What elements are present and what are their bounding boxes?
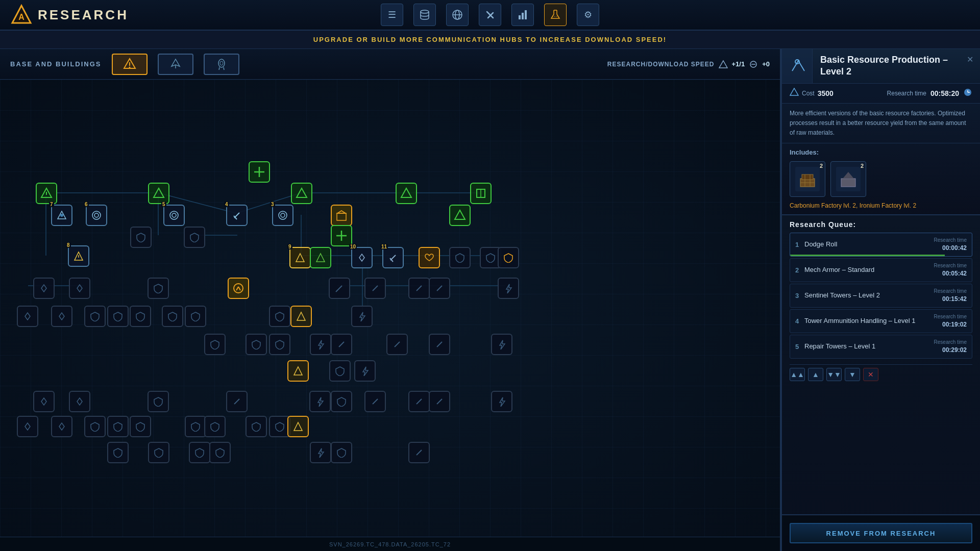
node-r7-shield1[interactable] <box>148 391 169 412</box>
node-r3-shield1[interactable] <box>148 278 169 299</box>
node-triangle-r6[interactable] <box>287 360 309 382</box>
node-r1-7[interactable] <box>449 205 471 226</box>
node-num-9[interactable]: 9 <box>289 247 311 268</box>
node-r1-6[interactable] <box>331 225 352 246</box>
node-shield-2[interactable] <box>184 227 205 248</box>
node-r7-lightning1[interactable] <box>309 391 331 412</box>
queue-item-4[interactable]: 4 Tower Ammunition Handling – Level 1 Re… <box>790 309 972 333</box>
node-lightning-r2[interactable] <box>310 247 331 268</box>
node-r4-shield6[interactable] <box>269 306 290 327</box>
node-r5-2[interactable] <box>246 334 267 355</box>
node-r7-pen2[interactable] <box>364 391 386 412</box>
node-r8-shield5[interactable] <box>204 416 226 437</box>
node-r1-3[interactable] <box>291 183 312 204</box>
node-num-11[interactable]: 11 <box>382 247 404 268</box>
node-factory-active[interactable] <box>331 205 352 226</box>
node-num-10[interactable]: 10 <box>351 247 373 268</box>
node-triangle-queued-r4[interactable] <box>290 306 312 327</box>
queue-move-top-btn[interactable]: ▲▲ <box>790 368 805 381</box>
node-r3-2[interactable] <box>69 278 90 299</box>
node-r9-shield4[interactable] <box>209 442 231 463</box>
node-r7-1[interactable] <box>33 391 55 412</box>
node-r3-pen1[interactable] <box>329 278 350 299</box>
node-r4-shield5[interactable] <box>185 306 206 327</box>
node-r9-shield3[interactable] <box>189 442 210 463</box>
nav-globe-btn[interactable] <box>446 4 469 26</box>
node-r3-pen2[interactable] <box>364 278 386 299</box>
node-r8-2[interactable] <box>51 416 72 437</box>
node-heart-queued[interactable] <box>419 247 440 268</box>
node-r4-shield1[interactable] <box>84 306 106 327</box>
queue-item-3[interactable]: 3 Sentinel Towers – Level 2 Research tim… <box>790 284 972 308</box>
include-item-2[interactable]: 2 <box>830 161 866 197</box>
node-r8-1[interactable] <box>17 416 38 437</box>
queue-item-5[interactable]: 5 Repair Towers – Level 1 Research time … <box>790 335 972 359</box>
close-button[interactable]: ✕ <box>962 52 977 67</box>
node-r4-1[interactable] <box>17 306 38 327</box>
nav-list-btn[interactable]: ☰ <box>381 4 403 26</box>
nav-flask-btn[interactable] <box>544 4 567 26</box>
node-r5-pen3[interactable] <box>429 334 450 355</box>
node-num-5[interactable]: 5 <box>163 205 185 226</box>
node-r4-shield2[interactable] <box>107 306 129 327</box>
node-r6-shield1[interactable] <box>329 360 351 382</box>
node-r7-2[interactable] <box>69 391 90 412</box>
node-r5-3[interactable] <box>269 334 290 355</box>
filter-tab-special[interactable] <box>204 54 239 75</box>
node-r4-2[interactable] <box>51 306 72 327</box>
filter-tab-ships[interactable] <box>158 54 193 75</box>
nav-tools-btn[interactable] <box>479 4 501 26</box>
node-r5-lightning2[interactable] <box>491 334 512 355</box>
node-num-6[interactable]: 6 <box>86 205 107 226</box>
queue-item-1[interactable]: 1 Dodge Roll Research time 00:00:42 <box>790 233 972 257</box>
nav-settings-btn[interactable]: ⚙ <box>577 4 599 26</box>
node-r5-1[interactable] <box>204 334 226 355</box>
node-num-8[interactable]: 8 <box>68 245 89 267</box>
filter-tab-buildings[interactable] <box>112 54 148 75</box>
node-r4-shield3[interactable] <box>130 306 151 327</box>
node-r9-shield1[interactable] <box>107 442 129 463</box>
node-r1-4[interactable] <box>396 183 417 204</box>
node-r4-shield4[interactable] <box>162 306 183 327</box>
node-r8-shield2[interactable] <box>107 416 129 437</box>
node-r5-lightning[interactable] <box>310 334 331 355</box>
research-tree-canvas[interactable]: 7 6 5 4 3 <box>0 80 780 537</box>
node-num-3[interactable]: 3 <box>272 205 293 226</box>
node-top-center[interactable] <box>249 161 270 183</box>
node-r8-shield4[interactable] <box>185 416 206 437</box>
node-r3-lightning1[interactable] <box>498 278 519 299</box>
node-r8-shield6[interactable] <box>246 416 267 437</box>
node-num-7[interactable]: 7 <box>51 205 72 226</box>
node-r3-pen3[interactable] <box>408 278 430 299</box>
node-r3-pen4[interactable] <box>429 278 450 299</box>
queue-move-down-btn[interactable]: ▼ <box>845 368 860 381</box>
node-r7-lightning2[interactable] <box>491 391 512 412</box>
node-r2-shield1[interactable] <box>449 247 471 268</box>
node-r1-2[interactable] <box>148 183 169 204</box>
queue-move-bottom-btn[interactable]: ▼▼ <box>826 368 842 381</box>
node-shield-1[interactable] <box>130 227 152 248</box>
node-r8-shield3[interactable] <box>130 416 151 437</box>
node-r5-pen2[interactable] <box>386 334 408 355</box>
node-triangle-r8[interactable] <box>287 416 309 437</box>
node-r1-1[interactable] <box>36 183 57 204</box>
node-r4-lightning[interactable] <box>351 306 373 327</box>
node-r9-lightning1[interactable] <box>310 442 331 463</box>
node-r7-pen3[interactable] <box>408 391 430 412</box>
node-r7-pen1[interactable] <box>226 391 248 412</box>
node-r9-shield5[interactable] <box>331 442 352 463</box>
node-selected[interactable] <box>228 278 249 299</box>
node-r9-pen1[interactable] <box>408 442 430 463</box>
node-r8-shield1[interactable] <box>84 416 106 437</box>
nav-stats-btn[interactable] <box>511 4 534 26</box>
queue-remove-btn[interactable]: ✕ <box>863 368 878 381</box>
include-item-1[interactable]: 2 <box>790 161 825 197</box>
node-num-4[interactable]: 4 <box>226 205 248 226</box>
queue-item-2[interactable]: 2 Mech Armor – Standard Research time 00… <box>790 258 972 282</box>
node-r7-pen4[interactable] <box>429 391 450 412</box>
node-r6-lightning[interactable] <box>354 360 376 382</box>
node-r2-shield3[interactable] <box>498 247 519 268</box>
node-r5-pen1[interactable] <box>331 334 352 355</box>
node-r1-5[interactable] <box>470 183 492 204</box>
node-r9-shield2[interactable] <box>148 442 169 463</box>
